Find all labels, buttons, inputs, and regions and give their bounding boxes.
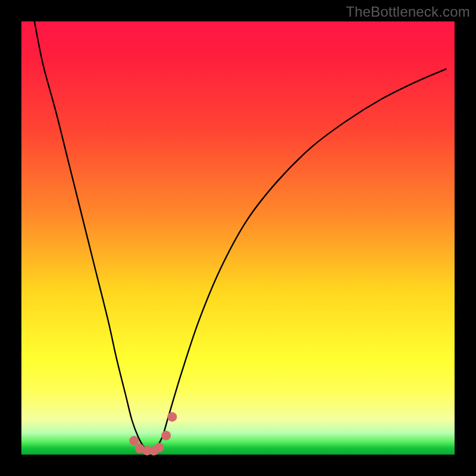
curve-marker: [167, 412, 177, 422]
chart-svg: [21, 21, 455, 455]
watermark-text: TheBottleneck.com: [346, 4, 470, 20]
curve-marker: [154, 443, 164, 452]
curve-marker: [161, 431, 171, 440]
plot-area: [21, 21, 455, 455]
bottleneck-curve: [35, 21, 446, 452]
chart-frame: TheBottleneck.com: [0, 0, 476, 476]
curve-marker: [129, 436, 139, 446]
